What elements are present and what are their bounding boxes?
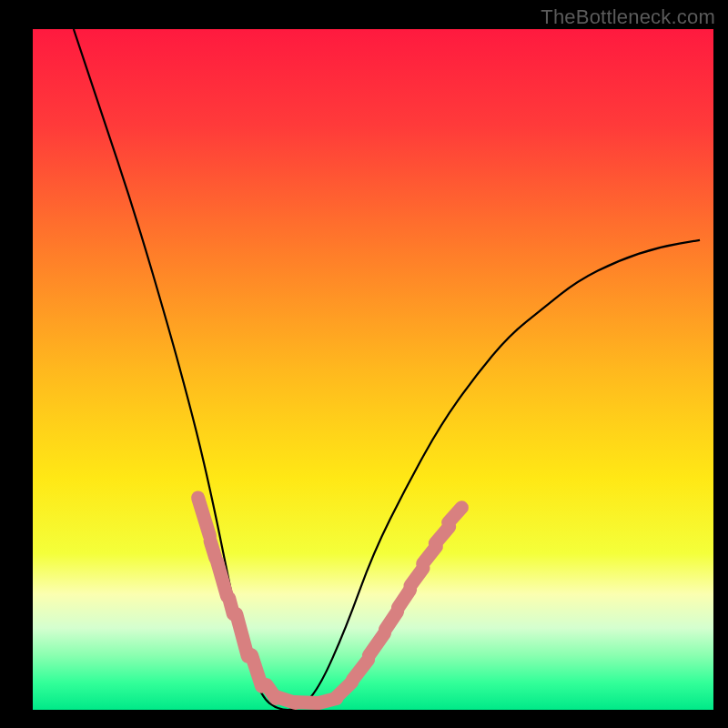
left-branch-marker [217, 561, 227, 596]
chart-svg [0, 0, 728, 728]
watermark-label: TheBottleneck.com [541, 5, 715, 29]
plot-background [33, 29, 713, 710]
chart-stage: TheBottleneck.com [0, 0, 728, 728]
left-branch-marker [251, 655, 261, 686]
